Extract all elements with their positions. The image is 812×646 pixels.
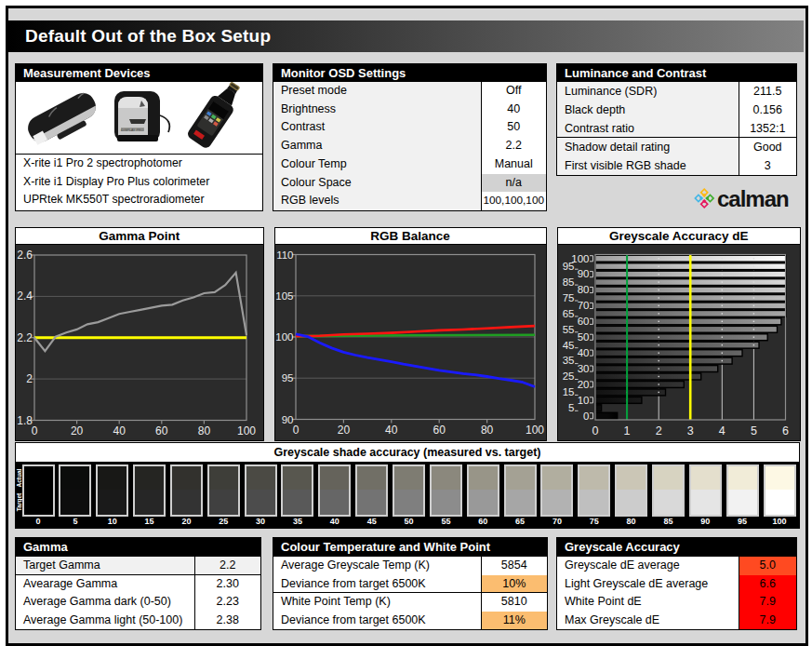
svg-text:20: 20 <box>337 424 350 437</box>
svg-text:2: 2 <box>655 424 661 437</box>
svg-text:110: 110 <box>276 249 293 261</box>
svg-text:35: 35 <box>562 355 574 366</box>
svg-text:20: 20 <box>71 424 84 437</box>
svg-text:iDISPLAY PRO: iDISPLAY PRO <box>121 128 144 132</box>
svg-text:2.4: 2.4 <box>17 289 33 303</box>
svg-text:90: 90 <box>281 414 293 425</box>
svg-text:2.2: 2.2 <box>17 331 33 344</box>
svg-text:60: 60 <box>155 424 168 437</box>
svg-text:80: 80 <box>480 424 493 437</box>
svg-text:75: 75 <box>562 292 574 303</box>
svg-text:95: 95 <box>281 372 293 384</box>
svg-text:25: 25 <box>562 370 574 382</box>
svg-text:40: 40 <box>113 424 126 437</box>
svg-text:80: 80 <box>198 424 211 437</box>
svg-text:60: 60 <box>433 424 446 437</box>
svg-text:0: 0 <box>592 424 598 437</box>
svg-text:0: 0 <box>583 410 589 422</box>
svg-text:10: 10 <box>577 395 589 406</box>
svg-text:15: 15 <box>562 386 574 397</box>
svg-text:2: 2 <box>26 372 33 385</box>
svg-text:60: 60 <box>577 316 589 327</box>
svg-text:40: 40 <box>577 347 589 358</box>
svg-text:5: 5 <box>568 402 574 413</box>
svg-text:40: 40 <box>385 424 398 437</box>
svg-text:100: 100 <box>525 424 543 437</box>
svg-text:0: 0 <box>292 424 299 437</box>
svg-text:70: 70 <box>577 300 589 311</box>
svg-text:100: 100 <box>237 424 256 437</box>
svg-text:50: 50 <box>577 331 589 343</box>
svg-text:20: 20 <box>577 379 589 390</box>
svg-text:95: 95 <box>562 261 574 272</box>
svg-text:6: 6 <box>782 424 789 437</box>
svg-text:3: 3 <box>686 424 693 437</box>
svg-text:55: 55 <box>562 324 574 335</box>
svg-text:2.6: 2.6 <box>17 249 33 262</box>
svg-text:30: 30 <box>577 363 589 374</box>
svg-text:80: 80 <box>577 284 589 295</box>
svg-text:4: 4 <box>718 424 725 437</box>
svg-text:calman: calman <box>717 186 789 211</box>
svg-text:90: 90 <box>577 268 589 279</box>
svg-text:0: 0 <box>32 424 38 437</box>
svg-text:5: 5 <box>750 424 756 437</box>
svg-text:105: 105 <box>275 290 293 302</box>
svg-text:65: 65 <box>562 308 574 319</box>
svg-text:1: 1 <box>623 424 630 437</box>
svg-text:45: 45 <box>562 340 574 351</box>
svg-text:85: 85 <box>562 276 574 288</box>
svg-text:100: 100 <box>275 331 293 343</box>
